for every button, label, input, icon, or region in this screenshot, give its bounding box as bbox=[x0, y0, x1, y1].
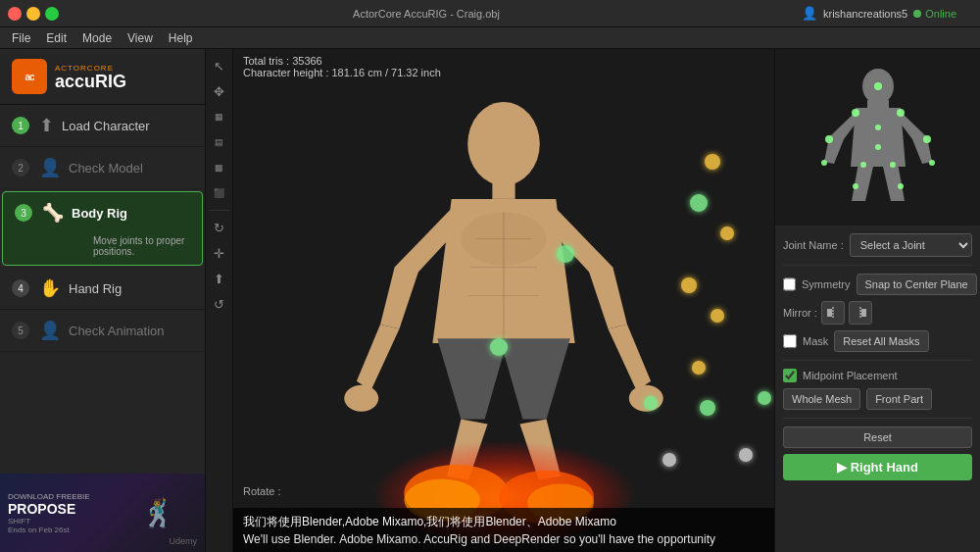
logo-text-area: actorcore accuRIG bbox=[55, 64, 126, 90]
step-check-model[interactable]: 2 👤 Check Model bbox=[0, 147, 205, 189]
step-3-icon: 🦴 bbox=[42, 202, 64, 224]
midpoint-label: Midpoint Placement bbox=[803, 370, 898, 381]
mesh-buttons-row: Whole Mesh Front Part bbox=[783, 388, 972, 410]
viewport-info: Total tris : 35366 Character height : 18… bbox=[243, 55, 441, 78]
preview-area bbox=[775, 49, 980, 226]
step-load-character[interactable]: 1 ⬆ Load Character bbox=[0, 105, 205, 147]
mirror-left-btn[interactable] bbox=[821, 301, 845, 325]
maximize-button[interactable] bbox=[45, 7, 59, 21]
tool-view3[interactable]: ▩ bbox=[209, 157, 230, 178]
svg-point-26 bbox=[860, 162, 866, 168]
step-1-num: 1 bbox=[12, 117, 29, 134]
preview-svg bbox=[775, 49, 980, 226]
step-hand-rig[interactable]: 4 ✋ Hand Rig bbox=[0, 268, 205, 310]
menu-edit[interactable]: Edit bbox=[38, 29, 74, 47]
minimize-button[interactable] bbox=[26, 7, 40, 21]
toolstrip: ↖ ✥ ▦ ▤ ▩ ⬛ ↻ ✛ ⬆ ↺ bbox=[206, 49, 233, 552]
svg-point-19 bbox=[897, 109, 905, 117]
symmetry-checkbox[interactable] bbox=[783, 277, 796, 291]
menu-file[interactable]: File bbox=[4, 29, 38, 47]
tool-view4[interactable]: ⬛ bbox=[209, 182, 230, 204]
online-dot bbox=[913, 10, 921, 18]
right-hand-btn[interactable]: ▶ Right Hand bbox=[783, 454, 972, 480]
reset-masks-btn[interactable]: Reset All Masks bbox=[834, 330, 928, 352]
step-3-desc: Move joints to proper positions. bbox=[48, 235, 202, 265]
tool-view2[interactable]: ▤ bbox=[209, 131, 230, 153]
svg-point-18 bbox=[852, 109, 859, 117]
svg-point-24 bbox=[875, 125, 881, 130]
whole-mesh-btn[interactable]: Whole Mesh bbox=[783, 388, 860, 410]
step-2-label: Check Model bbox=[69, 161, 143, 176]
divider-1 bbox=[783, 265, 972, 266]
menubar: File Edit Mode View Help bbox=[0, 27, 980, 49]
username-label: krishancreations5 bbox=[823, 8, 907, 20]
midpoint-checkbox[interactable] bbox=[783, 369, 797, 382]
svg-point-23 bbox=[929, 160, 935, 166]
titlebar: ActorCore AccuRIG - Craig.obj 👤 krishanc… bbox=[0, 0, 980, 27]
ad-text4: Ends on Feb 26st bbox=[8, 526, 70, 534]
svg-point-20 bbox=[825, 135, 833, 143]
step-4-label: Hand Rig bbox=[69, 281, 122, 296]
ad-text3: SHIFT bbox=[8, 517, 30, 526]
reset-btn[interactable]: Reset bbox=[783, 427, 972, 448]
joint-name-select[interactable]: Select a Joint bbox=[850, 233, 972, 257]
svg-point-21 bbox=[923, 135, 931, 143]
symmetry-snap-row: Symmetry Snap to Center Plane bbox=[783, 274, 972, 295]
character-svg bbox=[233, 49, 774, 552]
menu-mode[interactable]: Mode bbox=[74, 29, 120, 47]
main-layout: ac actorcore accuRIG 1 ⬆ Load Character … bbox=[0, 49, 980, 552]
tool-view1[interactable]: ▦ bbox=[209, 106, 230, 127]
menu-help[interactable]: Help bbox=[161, 29, 201, 47]
svg-rect-1 bbox=[492, 180, 514, 199]
online-badge: Online bbox=[913, 8, 956, 20]
online-label: Online bbox=[925, 8, 956, 20]
mask-label: Mask bbox=[803, 335, 828, 347]
step-5-label: Check Animation bbox=[69, 324, 165, 338]
tool-cursor[interactable]: ↖ bbox=[209, 55, 230, 76]
step-3-num: 3 bbox=[15, 204, 32, 222]
right-panel: Joint Name : Select a Joint Symmetry Sna… bbox=[774, 49, 980, 552]
ad-text1: DOWNLOAD FREEBIE bbox=[8, 492, 90, 501]
user-info: 👤 krishancreations5 Online bbox=[794, 3, 972, 25]
step-4-num: 4 bbox=[12, 279, 29, 297]
logo-area: ac actorcore accuRIG bbox=[0, 49, 205, 105]
tool-zoom[interactable]: ⬆ bbox=[209, 268, 230, 289]
step-4-icon: ✋ bbox=[39, 277, 61, 299]
mirror-row: Mirror : bbox=[783, 301, 972, 325]
ad-area[interactable]: DOWNLOAD FREEBIE PROPOSE SHIFT Ends on F… bbox=[0, 474, 205, 552]
svg-point-2 bbox=[344, 385, 378, 412]
step-body-rig-wrapper: 3 🦴 Body Rig Move joints to proper posit… bbox=[2, 191, 203, 266]
menu-view[interactable]: View bbox=[120, 29, 161, 47]
divider-3 bbox=[783, 418, 972, 419]
controls-area: Joint Name : Select a Joint Symmetry Sna… bbox=[775, 226, 980, 552]
tool-divider bbox=[210, 210, 229, 211]
svg-point-3 bbox=[629, 385, 663, 412]
midpoint-row: Midpoint Placement bbox=[783, 369, 972, 382]
step-check-animation[interactable]: 5 👤 Check Animation bbox=[0, 310, 205, 352]
mask-row: Mask Reset All Masks bbox=[783, 330, 972, 352]
step-5-num: 5 bbox=[12, 322, 29, 339]
step-body-rig[interactable]: 3 🦴 Body Rig bbox=[3, 192, 202, 233]
step-2-icon: 👤 bbox=[39, 157, 61, 178]
viewport[interactable]: Total tris : 35366 Character height : 18… bbox=[233, 49, 774, 552]
joint-name-label: Joint Name : bbox=[783, 239, 844, 251]
subtitles-bar: 我们将使用Blender,Adobe Mixamo,我们将使用Blender、A… bbox=[233, 508, 774, 552]
svg-point-29 bbox=[898, 183, 904, 189]
mirror-right-icon bbox=[854, 306, 867, 320]
mirror-right-btn[interactable] bbox=[849, 301, 872, 325]
step-1-icon: ⬆ bbox=[39, 115, 54, 136]
mirror-left-icon bbox=[826, 306, 840, 320]
height-label: Character height : bbox=[243, 67, 328, 78]
tool-rotate[interactable]: ↻ bbox=[209, 217, 230, 238]
tris-value: 35366 bbox=[292, 55, 322, 67]
step-1-label: Load Character bbox=[62, 119, 150, 133]
mask-checkbox[interactable] bbox=[783, 334, 797, 348]
step-3-label: Body Rig bbox=[72, 206, 127, 221]
snap-center-btn[interactable]: Snap to Center Plane bbox=[857, 274, 977, 295]
tool-move[interactable]: ✥ bbox=[209, 80, 230, 102]
svg-point-17 bbox=[874, 82, 882, 90]
tool-reset[interactable]: ↺ bbox=[209, 293, 230, 315]
tool-pan[interactable]: ✛ bbox=[209, 242, 230, 264]
close-button[interactable] bbox=[8, 7, 22, 21]
front-part-btn[interactable]: Front Part bbox=[866, 388, 932, 410]
